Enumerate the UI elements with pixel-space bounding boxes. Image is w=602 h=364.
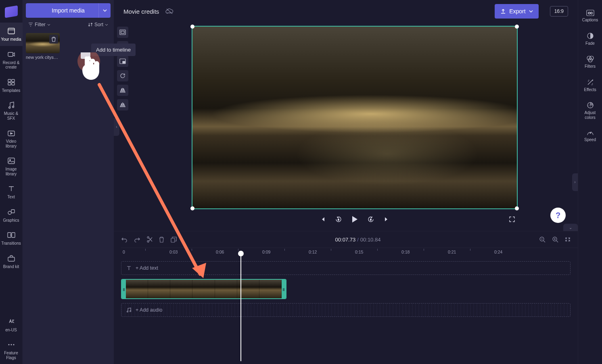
- adjust-icon: [587, 102, 594, 109]
- zoom-fit-button[interactable]: [565, 237, 571, 242]
- prop-fade[interactable]: Fade: [578, 27, 602, 51]
- clip-trim-left[interactable]: ||: [122, 280, 126, 298]
- export-label: Export: [509, 8, 525, 15]
- undo-button[interactable]: [121, 237, 128, 242]
- prop-effects[interactable]: Effects: [578, 74, 602, 97]
- import-dropdown-button[interactable]: [98, 3, 111, 18]
- ruler-tick: 0:12: [309, 250, 317, 254]
- help-button[interactable]: ?: [550, 208, 566, 223]
- media-thumbnail[interactable]: new york citys…: [26, 33, 60, 60]
- resize-handle-tl[interactable]: [190, 25, 194, 29]
- nav-label: Graphics: [3, 218, 19, 223]
- import-label: Import media: [52, 7, 85, 14]
- delete-clip-button[interactable]: [159, 237, 164, 243]
- nav-locale[interactable]: en-US: [0, 313, 23, 337]
- nav-graphics[interactable]: Graphics: [0, 204, 23, 227]
- chevron-down-icon: [103, 9, 107, 12]
- nav-video-library[interactable]: Video library: [0, 125, 23, 152]
- music-icon: [126, 307, 132, 313]
- zoom-in-icon: [552, 236, 558, 243]
- svg-rect-21: [120, 30, 125, 35]
- flip-h-tool[interactable]: [117, 85, 128, 96]
- captions-icon: CC: [586, 10, 594, 16]
- speed-icon: [587, 129, 594, 136]
- playhead-handle[interactable]: [238, 251, 244, 256]
- nav-your-media[interactable]: Your media: [0, 23, 23, 46]
- svg-point-17: [10, 344, 12, 345]
- svg-point-7: [12, 106, 14, 108]
- sort-button[interactable]: Sort: [88, 22, 108, 27]
- media-panel: Import media Filter Sort new york citys……: [23, 0, 114, 364]
- prop-adjust-colors[interactable]: Adjust colors: [578, 97, 602, 125]
- collapse-panel-right-button[interactable]: ›: [572, 173, 578, 191]
- help-label: ?: [556, 211, 560, 220]
- prop-label: Filters: [585, 64, 596, 69]
- cloud-sync-button[interactable]: [165, 8, 173, 15]
- fit-icon: [119, 29, 126, 35]
- project-title[interactable]: Movie credits: [123, 8, 159, 15]
- prop-label: Effects: [584, 87, 596, 92]
- skip-back-icon: [320, 216, 326, 223]
- flip-v-tool[interactable]: [117, 99, 128, 110]
- chevron-down-icon: [47, 24, 50, 26]
- collapse-preview-button[interactable]: ⌄: [563, 224, 578, 231]
- aspect-ratio-button[interactable]: 16:9: [550, 6, 568, 17]
- preview-canvas[interactable]: [192, 26, 518, 209]
- video-track[interactable]: || ||: [121, 279, 571, 299]
- nav-feature-flags[interactable]: Feature Flags: [0, 336, 23, 364]
- zoom-out-button[interactable]: [539, 236, 546, 243]
- brand-kit-icon: [7, 254, 16, 263]
- nav-music-sfx[interactable]: Music & SFX: [0, 97, 23, 125]
- collapse-panel-left-button[interactable]: ‹: [114, 118, 119, 136]
- prop-speed[interactable]: Speed: [578, 125, 602, 147]
- nav-transitions[interactable]: Transitions: [0, 227, 23, 250]
- filter-button[interactable]: Filter: [28, 22, 50, 27]
- nav-label: Templates: [2, 88, 21, 93]
- text-icon: [126, 266, 132, 271]
- rewind-button[interactable]: 5: [335, 216, 342, 223]
- filter-label: Filter: [35, 22, 46, 27]
- duplicate-button[interactable]: [171, 237, 177, 243]
- zoom-in-button[interactable]: [552, 236, 558, 243]
- clip-trim-right[interactable]: ||: [282, 280, 286, 298]
- next-frame-button[interactable]: [383, 216, 390, 223]
- pip-tool[interactable]: [117, 56, 128, 67]
- timecode-display: 00:07.73/00:10.84: [183, 237, 533, 243]
- nav-label: Feature Flags: [1, 351, 22, 360]
- preview-zone: ‹ 5 5 ? ⌄: [114, 23, 578, 231]
- nav-templates[interactable]: Templates: [0, 74, 23, 97]
- prev-frame-button[interactable]: [320, 216, 326, 223]
- forward-button[interactable]: 5: [367, 216, 374, 223]
- nav-text[interactable]: Text: [0, 180, 23, 204]
- delete-media-button[interactable]: [49, 35, 58, 44]
- prop-label: Captions: [582, 18, 598, 23]
- timeline-ruler[interactable]: 0 0:03 0:06 0:09 0:12 0:15 0:18 0:21 0:2…: [121, 248, 578, 259]
- prop-filters[interactable]: Filters: [578, 50, 602, 74]
- nav-brand-kit[interactable]: Brand kit: [0, 250, 23, 273]
- audio-track[interactable]: + Add audio: [121, 303, 571, 317]
- video-clip[interactable]: || ||: [121, 279, 286, 299]
- chevron-down-icon: [529, 10, 533, 12]
- prop-captions[interactable]: CC Captions: [578, 5, 602, 27]
- rotate-icon: [119, 73, 126, 79]
- resize-handle-tr[interactable]: [515, 25, 519, 29]
- text-track[interactable]: + Add text: [121, 261, 571, 275]
- fullscreen-icon: [509, 216, 515, 223]
- upload-icon: [500, 8, 506, 14]
- fit-tool[interactable]: [117, 27, 128, 38]
- fullscreen-button[interactable]: [509, 216, 515, 223]
- export-button[interactable]: Export: [495, 4, 538, 19]
- cloud-off-icon: [165, 8, 173, 15]
- playhead-line[interactable]: [240, 256, 241, 361]
- rotate-tool[interactable]: [117, 70, 128, 81]
- play-button[interactable]: [351, 215, 358, 223]
- playback-controls: 5 5: [192, 209, 518, 229]
- nav-record-create[interactable]: Record & create: [0, 46, 23, 74]
- redo-button[interactable]: [134, 237, 140, 242]
- split-button[interactable]: [147, 236, 153, 243]
- nav-image-library[interactable]: Image library: [0, 152, 23, 180]
- nav-label: Your media: [1, 37, 21, 42]
- pip-icon: [119, 58, 126, 64]
- import-media-button[interactable]: Import media: [26, 3, 111, 18]
- flip-vertical-icon: [119, 102, 126, 108]
